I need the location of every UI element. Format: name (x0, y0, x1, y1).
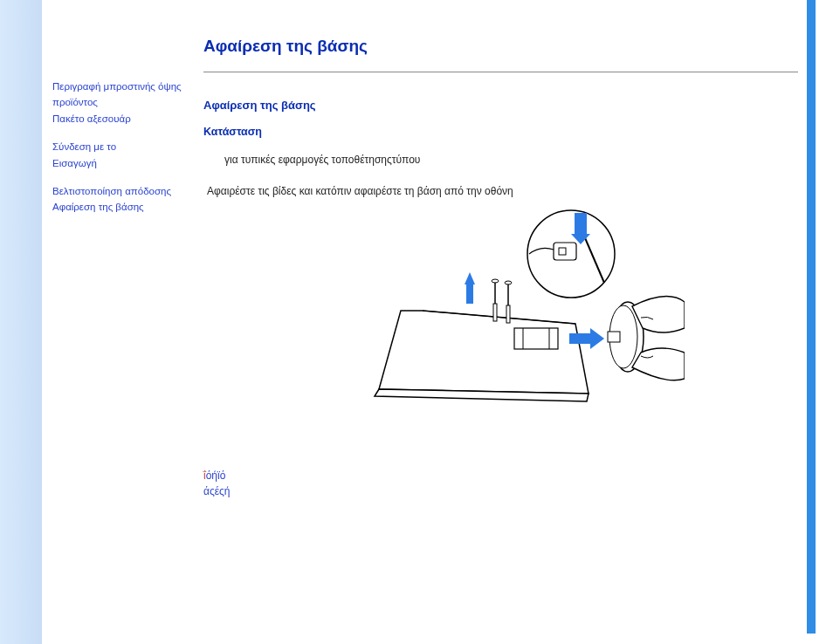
instruction-text: Αφαιρέστε τις βίδες και κατόπιν αφαιρέστ… (207, 185, 798, 197)
screw-2-icon (505, 281, 512, 323)
right-blue-bar (807, 0, 816, 634)
sidebar-link-accessories[interactable]: Πακέτο αξεσουάρ (52, 111, 186, 127)
condition-heading: Κατάσταση (203, 126, 798, 138)
sidebar-block-2: Σύνδεση με το Εισαγωγή (52, 139, 186, 171)
left-gradient-bar (0, 0, 42, 644)
condition-text: για τυπικές εφαρμογές τοποθέτησηςτύπου (224, 154, 798, 166)
svg-rect-4 (575, 213, 587, 234)
svg-rect-17 (466, 284, 473, 304)
svg-point-14 (505, 281, 512, 284)
svg-rect-7 (514, 328, 558, 349)
title-divider (203, 72, 798, 72)
sidebar-link-remove-base[interactable]: Αφαίρεση της βάσης (52, 199, 186, 215)
svg-marker-19 (590, 328, 604, 349)
sidebar-nav: Περιγραφή μπροστινής όψης προϊόντος Πακέ… (42, 0, 195, 644)
sidebar-link-intro[interactable]: Εισαγωγή (52, 155, 186, 171)
svg-rect-15 (506, 305, 510, 323)
sidebar-block-1: Περιγραφή μπροστινής όψης προϊόντος Πακέ… (52, 79, 186, 127)
svg-point-0 (527, 210, 615, 298)
illustration-container (203, 206, 798, 433)
main-content: Αφαίρεση της βάσης Αφαίρεση της βάσης Κα… (195, 0, 833, 644)
page-title: Αφαίρεση της βάσης (203, 37, 798, 56)
svg-marker-16 (465, 272, 475, 284)
sidebar-block-3: Βελτιστοποίηση απόδοσης Αφαίρεση της βάσ… (52, 183, 186, 216)
svg-rect-18 (569, 333, 590, 344)
svg-point-11 (492, 279, 499, 283)
footer-frag-1b: όήϊό (206, 469, 226, 482)
footer-line-1: ΐόήϊό (203, 468, 798, 483)
svg-rect-22 (608, 332, 620, 342)
sidebar-link-product-front-2[interactable]: προϊόντος (52, 94, 186, 110)
svg-rect-12 (493, 304, 497, 321)
sidebar-link-optimize[interactable]: Βελτιστοποίηση απόδοσης (52, 183, 186, 199)
footer-line-2: άςέςή (203, 483, 798, 499)
footer-fragment: ΐόήϊό άςέςή (203, 468, 798, 499)
sidebar-link-connect[interactable]: Σύνδεση με το (52, 139, 186, 154)
screw-1-icon (492, 279, 499, 321)
arrow-up-icon (465, 272, 475, 304)
remove-base-illustration (318, 206, 685, 433)
page-container: Περιγραφή μπροστινής όψης προϊόντος Πακέ… (0, 0, 833, 644)
section-heading: Αφαίρεση της βάσης (203, 99, 798, 112)
sidebar-link-product-front[interactable]: Περιγραφή μπροστινής όψης (52, 79, 186, 94)
